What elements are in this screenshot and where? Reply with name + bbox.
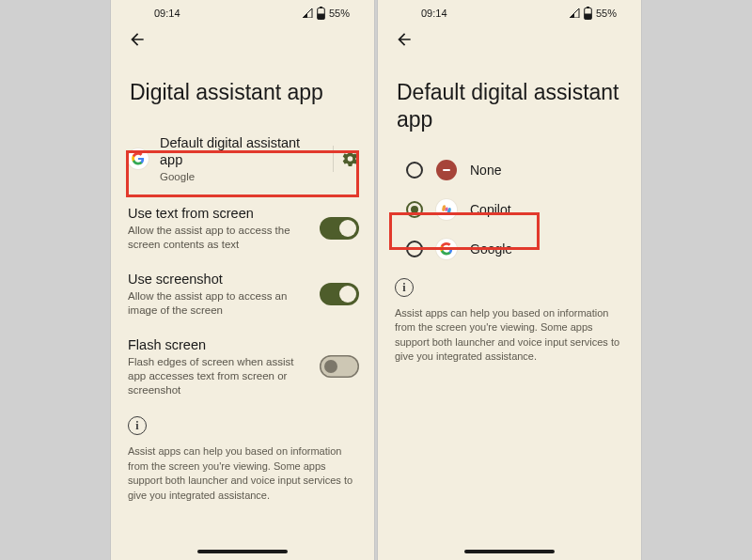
status-right: 55% — [569, 7, 617, 20]
nav-row — [111, 26, 374, 53]
nav-row — [378, 26, 641, 53]
use-text-sub: Allow the assist app to access the scree… — [128, 224, 308, 252]
google-icon — [128, 148, 149, 169]
arrow-left-icon — [128, 30, 147, 49]
status-time: 09:14 — [154, 8, 180, 19]
use-screenshot-sub: Allow the assist app to access an image … — [128, 289, 308, 318]
choice-google[interactable]: Google — [391, 229, 641, 269]
use-text-title: Use text from screen — [128, 205, 308, 222]
default-assistant-row[interactable]: Default digital assistant app Google — [111, 123, 374, 195]
page-title: Default digital assistant app — [378, 53, 641, 150]
choice-label: None — [470, 163, 501, 178]
choice-label: Copilot — [470, 202, 511, 217]
info-icon: i — [395, 278, 414, 297]
minus-icon — [436, 160, 457, 180]
battery-icon — [584, 7, 592, 20]
screen-digital-assistant: 09:14 55% Digital assistant app — [111, 0, 374, 560]
status-battery: 55% — [596, 8, 617, 19]
info-icon-row: i — [111, 407, 374, 440]
radio-icon — [406, 162, 423, 179]
svg-rect-2 — [318, 14, 325, 20]
svg-rect-5 — [585, 14, 592, 20]
status-bar: 09:14 55% — [378, 0, 641, 26]
info-text: Assist apps can help you based on inform… — [378, 301, 641, 365]
signal-icon — [302, 8, 313, 18]
signal-icon — [569, 8, 580, 18]
choice-none[interactable]: None — [391, 150, 641, 190]
arrow-left-icon — [395, 30, 414, 49]
copilot-icon — [436, 199, 457, 220]
screen-choose-default-assistant: 09:14 55% Default digital assistant app — [378, 0, 641, 560]
status-bar: 09:14 55% — [111, 0, 374, 26]
settings-gear-button[interactable] — [333, 146, 359, 172]
default-assistant-title: Default digital assistant app — [160, 134, 316, 168]
nav-pill[interactable] — [197, 550, 288, 553]
status-time: 09:14 — [421, 8, 447, 19]
info-icon: i — [128, 416, 147, 435]
flash-screen-switch[interactable] — [320, 355, 359, 378]
google-icon — [436, 239, 457, 259]
radio-icon — [406, 201, 423, 218]
radio-icon — [406, 241, 423, 257]
use-text-switch[interactable] — [320, 217, 359, 240]
default-assistant-value: Google — [160, 170, 316, 184]
svg-rect-6 — [443, 169, 450, 171]
flash-screen-title: Flash screen — [128, 336, 308, 353]
use-screenshot-title: Use screenshot — [128, 271, 308, 288]
status-battery: 55% — [329, 8, 350, 19]
use-text-row[interactable]: Use text from screen Allow the assist ap… — [111, 195, 374, 261]
nav-pill[interactable] — [464, 550, 555, 553]
use-screenshot-switch[interactable] — [320, 283, 359, 305]
radio-list: None Copilot Google — [378, 150, 641, 302]
info-text: Assist apps can help you based on inform… — [111, 439, 374, 503]
gear-icon — [341, 149, 359, 168]
page-title: Digital assistant app — [111, 53, 374, 123]
battery-icon — [317, 7, 325, 20]
back-button[interactable] — [126, 28, 149, 51]
back-button[interactable] — [393, 28, 415, 51]
choice-label: Google — [470, 241, 512, 257]
status-right: 55% — [302, 7, 350, 20]
choice-copilot[interactable]: Copilot — [391, 190, 641, 229]
info-icon-row: i — [391, 269, 641, 302]
settings-list: Default digital assistant app Google Use… — [111, 123, 374, 503]
flash-screen-row[interactable]: Flash screen Flash edges of screen when … — [111, 327, 374, 407]
flash-screen-sub: Flash edges of screen when assist app ac… — [128, 355, 308, 397]
use-screenshot-row[interactable]: Use screenshot Allow the assist app to a… — [111, 261, 374, 327]
